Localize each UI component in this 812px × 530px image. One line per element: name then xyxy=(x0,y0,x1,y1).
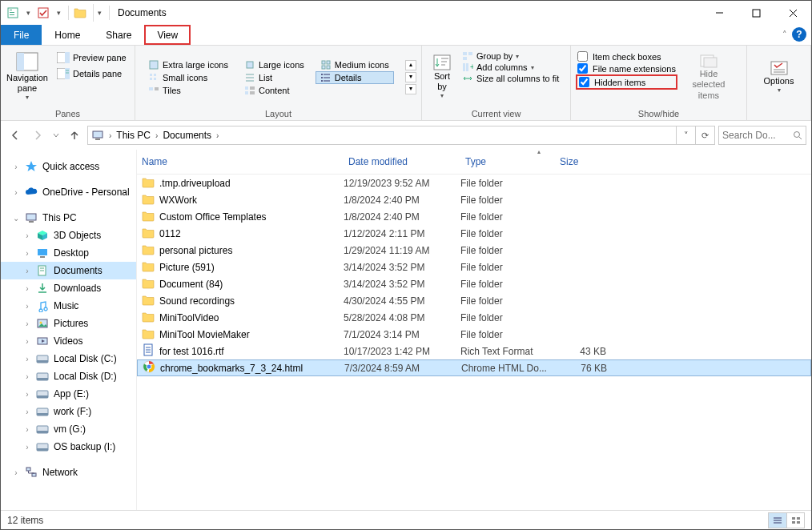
svg-point-64 xyxy=(794,132,800,138)
tree-this-pc[interactable]: ⌄This PC xyxy=(1,209,136,227)
minimize-button[interactable] xyxy=(701,1,738,25)
file-icon xyxy=(142,209,155,224)
tree-app-e[interactable]: ›App (E:) xyxy=(1,385,136,403)
qat-dropdown-icon[interactable]: ▾ xyxy=(54,4,63,22)
tree-music[interactable]: ›Music xyxy=(1,297,136,315)
file-row[interactable]: personal pictures1/29/2024 11:19 AMFile … xyxy=(137,242,811,259)
svg-rect-47 xyxy=(434,55,450,70)
file-row[interactable]: Document (84)3/14/2024 3:52 PMFile folde… xyxy=(137,275,811,292)
item-check-boxes-checkbox[interactable] xyxy=(577,51,588,62)
layout-tiles[interactable]: Tiles xyxy=(143,84,233,97)
layout-details[interactable]: Details xyxy=(316,71,394,84)
layout-list[interactable]: List xyxy=(239,71,309,84)
column-header-type[interactable]: Type xyxy=(460,153,555,171)
layout-scroll-up[interactable]: ▴ xyxy=(405,60,416,70)
qat-checkbox-icon[interactable] xyxy=(34,4,52,22)
navigation-pane-button[interactable]: Navigation pane ▾ xyxy=(4,49,50,105)
breadcrumb-documents[interactable]: Documents xyxy=(159,130,215,141)
chevron-right-icon[interactable]: › xyxy=(215,131,220,140)
close-button[interactable] xyxy=(774,1,811,25)
share-tab[interactable]: Share xyxy=(93,25,144,45)
layout-expand[interactable]: ▾ xyxy=(405,84,416,94)
details-view-toggle[interactable] xyxy=(769,513,786,528)
download-icon xyxy=(36,282,49,295)
tree-pictures[interactable]: ›Pictures xyxy=(1,315,136,332)
file-tab[interactable]: File xyxy=(1,25,42,45)
file-row[interactable]: Custom Office Templates1/8/2024 2:40 PMF… xyxy=(137,208,811,225)
disk-icon xyxy=(36,423,49,436)
file-row[interactable]: WXWork1/8/2024 2:40 PMFile folder xyxy=(137,191,811,208)
options-button[interactable]: Options ▾ xyxy=(758,49,801,105)
qat-customize-icon[interactable]: ▾ xyxy=(93,4,106,22)
layout-large-icons[interactable]: Large icons xyxy=(239,58,309,71)
tree-desktop[interactable]: ›Desktop xyxy=(1,244,136,262)
recent-locations-button[interactable] xyxy=(50,126,62,145)
help-icon[interactable]: ? xyxy=(792,27,806,42)
size-all-columns-button[interactable]: Size all columns to fit xyxy=(459,73,562,84)
qat-dropdown-icon[interactable]: ▾ xyxy=(23,4,33,22)
sort-by-button[interactable]: Sort by ▾ xyxy=(425,49,459,105)
collapse-ribbon-icon[interactable]: ˄ xyxy=(782,30,787,40)
back-button[interactable] xyxy=(6,126,25,145)
breadcrumb-this-pc[interactable]: This PC xyxy=(113,130,154,141)
column-header-size[interactable]: Size xyxy=(555,153,613,171)
tree-os-backup-i[interactable]: ›OS backup (I:) xyxy=(1,438,136,456)
search-input[interactable]: Search Do... xyxy=(718,126,806,145)
hidden-items-toggle[interactable]: Hidden items xyxy=(576,74,677,90)
home-tab[interactable]: Home xyxy=(42,25,93,45)
tree-quick-access[interactable]: ›Quick access xyxy=(1,158,136,175)
view-tab[interactable]: View xyxy=(144,25,191,45)
file-row[interactable]: Picture (591)3/14/2024 3:52 PMFile folde… xyxy=(137,259,811,275)
file-row[interactable]: .tmp.driveupload12/19/2023 9:52 AMFile f… xyxy=(137,175,811,191)
svg-rect-21 xyxy=(322,61,325,64)
layout-extra-large-icons[interactable]: Extra large icons xyxy=(143,58,233,71)
large-icons-view-toggle[interactable] xyxy=(786,513,804,528)
tree-onedrive[interactable]: ›OneDrive - Personal xyxy=(1,183,136,201)
qat-properties-icon[interactable] xyxy=(4,4,22,22)
chevron-right-icon[interactable]: › xyxy=(154,131,159,140)
file-row[interactable]: MiniToolVideo5/28/2024 4:08 PMFile folde… xyxy=(137,309,811,326)
file-name-extensions-checkbox[interactable] xyxy=(577,63,588,74)
tree-videos[interactable]: ›Videos xyxy=(1,332,136,350)
file-name-extensions-toggle[interactable]: File name extensions xyxy=(576,62,677,74)
up-button[interactable] xyxy=(65,126,84,145)
address-bar[interactable]: › This PC › Documents › ˅ ⟳ xyxy=(87,126,715,145)
file-row[interactable]: Sound recordings4/30/2024 4:55 PMFile fo… xyxy=(137,292,811,309)
layout-medium-icons[interactable]: Medium icons xyxy=(316,58,394,71)
add-columns-button[interactable]: +Add columns▾ xyxy=(459,62,562,73)
file-name: MiniToolVideo xyxy=(159,312,219,323)
group-by-button[interactable]: Group by▾ xyxy=(459,50,562,62)
tree-vm-g[interactable]: ›vm (G:) xyxy=(1,420,136,438)
preview-pane-button[interactable]: Preview pane xyxy=(54,50,130,65)
address-dropdown-button[interactable]: ˅ xyxy=(676,126,695,144)
hide-selected-items-button[interactable]: Hide selected items xyxy=(679,49,738,105)
column-header-date[interactable]: Date modified xyxy=(344,153,460,171)
file-row[interactable]: chrome_bookmarks_7_3_24.html7/3/2024 8:5… xyxy=(137,359,811,376)
tree-3d-objects[interactable]: ›3D Objects xyxy=(1,227,136,244)
navigation-tree[interactable]: ›Quick access ›OneDrive - Personal ⌄This… xyxy=(1,150,137,512)
svg-rect-14 xyxy=(65,52,70,63)
tree-documents[interactable]: ›Documents xyxy=(1,262,136,279)
tree-local-disk-d[interactable]: ›Local Disk (D:) xyxy=(1,367,136,385)
column-header-name[interactable]: Name xyxy=(137,153,344,171)
item-check-boxes-toggle[interactable]: Item check boxes xyxy=(576,50,677,62)
cube-icon xyxy=(36,229,49,242)
file-row[interactable]: 01121/12/2024 2:11 PMFile folder xyxy=(137,225,811,242)
tree-work-f[interactable]: ›work (F:) xyxy=(1,403,136,420)
tree-downloads[interactable]: ›Downloads xyxy=(1,279,136,297)
forward-button[interactable] xyxy=(28,126,47,145)
videos-icon xyxy=(36,335,49,347)
layout-scroll-down[interactable]: ▾ xyxy=(405,72,416,82)
layout-content[interactable]: Content xyxy=(239,84,309,97)
hidden-items-checkbox[interactable] xyxy=(579,77,589,87)
tree-local-disk-c[interactable]: ›Local Disk (C:) xyxy=(1,350,136,367)
details-pane-button[interactable]: Details pane xyxy=(54,66,130,81)
tree-network[interactable]: ›Network xyxy=(1,464,136,481)
maximize-button[interactable] xyxy=(738,1,774,25)
file-row[interactable]: MiniTool MovieMaker7/1/2024 3:14 PMFile … xyxy=(137,326,811,343)
layout-small-icons[interactable]: Small icons xyxy=(143,71,233,84)
chevron-right-icon[interactable]: › xyxy=(107,131,113,140)
file-name: Picture (591) xyxy=(159,262,215,273)
file-row[interactable]: for test 1016.rtf10/17/2023 1:42 PMRich … xyxy=(137,343,811,359)
refresh-button[interactable]: ⟳ xyxy=(695,126,714,144)
